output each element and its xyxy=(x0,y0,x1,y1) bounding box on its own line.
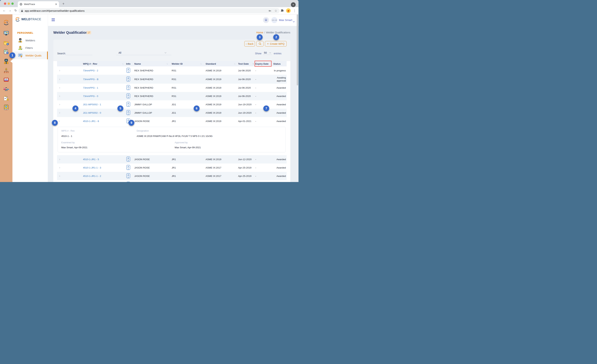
table-row[interactable]: › 73mmPPG - 0 REX SHEPHERD RS1 ASME IX:2… xyxy=(57,92,287,100)
expand-chevron-icon[interactable]: › xyxy=(57,112,60,114)
table-row[interactable]: › 73mmPPG - B REX SHEPHERD RS1 ASME IX:2… xyxy=(57,75,287,84)
expand-chevron-icon[interactable]: › xyxy=(57,158,60,160)
dashboard-icon[interactable] xyxy=(4,31,9,36)
welder-info-icon[interactable] xyxy=(126,157,130,162)
expand-chevron-icon[interactable]: › xyxy=(58,121,60,122)
welder-id: RS1 xyxy=(169,69,203,72)
star-icon[interactable]: ☆ xyxy=(275,9,277,13)
kebab-menu-icon[interactable]: ⋮ xyxy=(293,9,296,13)
welder-info-icon[interactable] xyxy=(126,68,130,73)
browser-tab[interactable]: WeldTrace ✕ xyxy=(18,1,59,7)
column-header-test-date[interactable]: Test Date↑↓ xyxy=(236,61,255,66)
type-filter-select[interactable]: All xyxy=(116,51,172,55)
hamburger-menu-icon[interactable] xyxy=(52,18,55,21)
wpq-link[interactable]: 73mmPPG - B xyxy=(83,78,98,81)
table-row[interactable]: › 4510-1-JR1-1 - 3 JASON ROSE JR1 ASME I… xyxy=(57,163,287,172)
wpq-link[interactable]: 4510-1-JR1 - 5 xyxy=(83,158,99,161)
expand-chevron-icon[interactable]: › xyxy=(57,95,60,97)
organization-icon[interactable] xyxy=(4,68,9,73)
sidebar-item-welder-quals[interactable]: Welder Quals xyxy=(12,52,48,59)
welder-avatar-icon xyxy=(18,38,22,42)
search-button[interactable] xyxy=(256,41,264,46)
wpq-link[interactable]: JG1-WPS002 - 0 xyxy=(83,111,101,114)
chevron-down-icon[interactable] xyxy=(293,20,295,23)
expand-chevron-icon[interactable]: › xyxy=(57,167,60,169)
welder-info-icon[interactable] xyxy=(126,102,130,107)
new-tab-button[interactable]: + xyxy=(61,1,66,6)
table-row[interactable]: › JG1-WPS002 - 1 JIMMY GALLOP JG1 ASME I… xyxy=(57,100,287,109)
back-arrow-icon[interactable]: ← xyxy=(2,9,6,12)
status: Awarded xyxy=(271,111,287,114)
projects-folder-icon[interactable] xyxy=(4,41,9,45)
zoom-window-button[interactable] xyxy=(11,2,14,5)
wpq-link[interactable]: 4510-1-JR1-1 - 3 xyxy=(83,166,101,169)
expand-chevron-icon[interactable]: › xyxy=(57,103,60,105)
welder-name: REX SHEPHERD xyxy=(132,86,169,89)
column-header-welder-id[interactable]: Welder ID↑↓ xyxy=(169,61,203,66)
wpq-link[interactable]: 4510-1-JR1 - 6 xyxy=(83,120,99,123)
search-input[interactable] xyxy=(65,51,92,55)
wpq-link[interactable]: JG1-WPS002 - 1 xyxy=(83,103,101,106)
expand-chevron-icon[interactable]: › xyxy=(57,70,60,71)
sidebar-item-label: Welders xyxy=(25,39,35,42)
scrollbar-thumb[interactable] xyxy=(297,14,298,85)
create-wpq-button[interactable]: +Create WPQ xyxy=(265,41,287,46)
reload-icon[interactable]: ↻ xyxy=(14,9,18,12)
weldtrace-emblem-icon: WT xyxy=(15,17,20,22)
table-row[interactable]: › 4510-1-JR1-1 - 2 JASON ROSE JR1 ASME I… xyxy=(57,172,287,180)
reports-icon[interactable] xyxy=(4,96,9,101)
app-topbar: 128 x 128 Max Smart xyxy=(48,14,298,26)
key-icon[interactable] xyxy=(268,9,271,12)
welder-info-icon[interactable] xyxy=(126,182,130,182)
table-row[interactable]: › 4510-1-JR1 - 6 JASON ROSE JR1 ASME IX:… xyxy=(57,117,287,125)
sidebar-item-fitters[interactable]: Fitters xyxy=(12,44,48,52)
user-menu[interactable]: Max Smart xyxy=(279,18,292,22)
welder-info-icon[interactable] xyxy=(126,165,130,170)
back-button[interactable]: ‹Back xyxy=(244,41,255,46)
table-row[interactable]: › 73mmPPG - 2 REX SHEPHERD RS1 ASME IX:2… xyxy=(57,66,287,75)
close-window-button[interactable] xyxy=(4,2,6,5)
settings-book-icon[interactable] xyxy=(4,105,8,110)
standard: ASME IX:2019 xyxy=(203,158,236,161)
welder-info-icon[interactable] xyxy=(126,93,130,99)
welder-info-icon[interactable] xyxy=(126,173,130,179)
column-header-wpq[interactable]: WPQ # - Rev↑↓ xyxy=(80,61,124,66)
examined-by-label: Examined by xyxy=(61,141,75,144)
breadcrumb-home-link[interactable]: Home xyxy=(256,31,263,34)
column-header-name[interactable]: Name↑↓ xyxy=(132,61,169,66)
welder-info-icon[interactable] xyxy=(126,85,130,91)
people-icon[interactable] xyxy=(3,87,9,91)
table-body: › 73mmPPG - 2 REX SHEPHERD RS1 ASME IX:2… xyxy=(57,66,287,182)
wpq-link[interactable]: 73mmPPG - 2 xyxy=(83,69,98,72)
minimize-window-button[interactable] xyxy=(8,2,10,5)
url-text[interactable]: app.weldtrace.com/#/personnel/welder-qua… xyxy=(25,9,265,12)
wpq-link[interactable]: 4510-1-JR1-1 - 2 xyxy=(83,175,101,177)
table-row[interactable]: › 4510-1-JR1 - 5 JASON ROSE JR1 ASME IX:… xyxy=(57,155,287,163)
annotation-badge-2: 2 xyxy=(273,34,279,40)
welder-info-icon[interactable] xyxy=(126,110,130,116)
welder-info-icon[interactable] xyxy=(126,77,130,82)
wpq-link[interactable]: 73mmPPG - 1 xyxy=(83,86,98,89)
docs-button[interactable] xyxy=(263,17,269,23)
procedures-book-icon[interactable] xyxy=(4,77,9,82)
personnel-welder-icon[interactable] xyxy=(4,59,9,64)
sidebar-item-welders[interactable]: Welders xyxy=(12,36,48,44)
tab-close-icon[interactable]: ✕ xyxy=(55,3,57,6)
column-header-standard[interactable]: Standard↑↓ xyxy=(203,61,236,66)
forward-arrow-icon[interactable]: → xyxy=(8,9,12,12)
user-avatar[interactable]: 128 x 128 xyxy=(271,17,277,23)
page-size-select[interactable]: 50 xyxy=(263,51,272,55)
expand-chevron-icon[interactable]: › xyxy=(57,87,60,89)
expand-chevron-icon[interactable]: › xyxy=(57,78,60,80)
media-controls-icon[interactable]: ▼ xyxy=(291,2,296,7)
expand-chevron-icon[interactable]: › xyxy=(57,175,60,177)
table-row[interactable]: › JG1-WPS002 - 0 JIMMY GALLOP JG1 ASME I… xyxy=(57,109,287,117)
table-row[interactable]: › 4510-1-JR1-1 - 1 JASON ROSE JR1 ASME I… xyxy=(57,180,287,182)
table-row[interactable]: › 73mmPPG - 1 REX SHEPHERD RS1 ASME IX:2… xyxy=(57,84,287,92)
tasks-clipboard-icon[interactable] xyxy=(4,49,9,54)
profile-avatar[interactable] xyxy=(286,8,291,13)
address-bar[interactable]: app.weldtrace.com/#/personnel/welder-qua… xyxy=(18,8,280,13)
welder-name: JIMMY GALLOP xyxy=(132,111,169,114)
wpq-link[interactable]: 73mmPPG - 0 xyxy=(83,95,98,98)
puzzle-extension-icon[interactable] xyxy=(281,9,284,12)
